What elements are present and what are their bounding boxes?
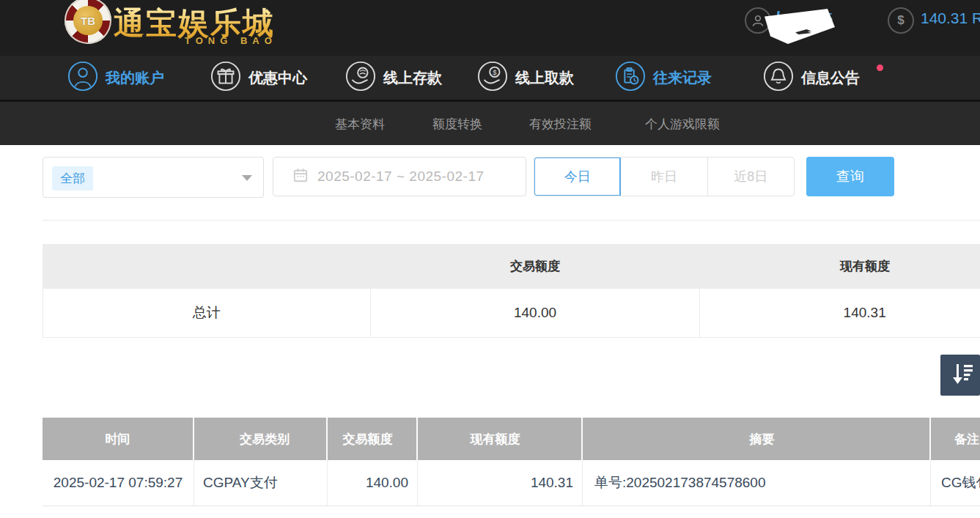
nav-item-online-deposit[interactable]: 线上存款 — [345, 62, 442, 94]
nav-item-label: 我的账户 — [106, 68, 164, 88]
summary-header-empty — [43, 244, 370, 289]
redaction-scribble — [763, 9, 836, 44]
records-header-summary: 摘要 — [583, 418, 931, 460]
subnav-item-basic-info[interactable]: 基本资料 — [335, 116, 385, 133]
record-trade-amount: 140.00 — [328, 460, 418, 506]
records-table-header: 时间 交易类别 交易额度 现有额度 摘要 备注 — [43, 418, 980, 460]
nav-item-online-withdraw[interactable]: $ 线上取款 — [477, 62, 574, 94]
brand-subtitle: TONG BAO — [185, 35, 277, 46]
record-type: CGPAY支付 — [194, 460, 328, 506]
transaction-type-select[interactable]: 全部 — [43, 157, 264, 198]
account-icon — [67, 61, 98, 95]
balance-currency-clipped: RMB — [972, 10, 980, 26]
summary-table: 交易额度 现有额度 总计 140.00 140.31 — [43, 244, 980, 338]
subnav-item-valid-bets[interactable]: 有效投注额 — [529, 116, 592, 133]
records-header-trade-amount: 交易额度 — [328, 418, 418, 460]
records-header-remark: 备注 — [931, 418, 980, 460]
records-header-current-amount: 现有额度 — [418, 418, 583, 460]
selected-type-tag[interactable]: 全部 — [52, 166, 93, 190]
sub-nav: 基本资料 额度转换 有效投注额 个人游戏限额 — [0, 102, 980, 145]
nav-item-label: 线上取款 — [515, 68, 574, 88]
svg-text:$: $ — [493, 68, 497, 76]
record-remark: CG钱包 — [931, 460, 980, 506]
nav-item-my-account[interactable]: 我的账户 — [67, 62, 164, 94]
nav-item-promotions[interactable]: 优惠中心 — [210, 62, 307, 94]
nav-item-label: 优惠中心 — [248, 68, 307, 88]
bell-icon — [763, 61, 794, 95]
summary-header-current-amount: 现有额度 — [700, 244, 980, 289]
record-current-amount: 140.31 — [418, 460, 583, 506]
records-table: 时间 交易类别 交易额度 现有额度 摘要 备注 2025-02-17 07:59… — [43, 418, 980, 506]
summary-total-label: 总计 — [43, 289, 371, 337]
subnav-item-quota-transfer[interactable]: 额度转换 — [432, 116, 482, 133]
deposit-icon — [345, 61, 376, 95]
summary-total-row: 总计 140.00 140.31 — [43, 289, 980, 338]
sort-descending-icon — [948, 361, 973, 390]
records-icon — [615, 61, 646, 95]
balance-dollar-icon: $ — [888, 7, 914, 34]
balance-amount[interactable]: 140.31 RMB — [921, 10, 980, 27]
record-time: 2025-02-17 07:59:27 — [43, 460, 194, 506]
record-summary: 单号:202502173874578600 — [583, 460, 931, 506]
section-divider — [43, 220, 980, 221]
calendar-icon — [292, 167, 309, 186]
yesterday-button[interactable]: 昨日 — [621, 158, 707, 196]
quick-date-button-group: 今日 昨日 近8日 — [534, 157, 795, 196]
top-bar: TB 通宝娱乐城 TONG BAO 25 $ 140.31 RMB — [0, 0, 980, 56]
withdraw-icon: $ — [477, 61, 508, 95]
summary-header-trade-amount: 交易额度 — [370, 244, 700, 289]
query-button[interactable]: 查询 — [806, 157, 894, 196]
subnav-item-game-limits[interactable]: 个人游戏限额 — [645, 116, 720, 133]
nav-item-transaction-records[interactable]: 往来记录 — [615, 62, 712, 94]
today-button[interactable]: 今日 — [534, 158, 621, 196]
table-row: 2025-02-17 07:59:27 CGPAY支付 140.00 140.3… — [43, 460, 980, 506]
records-header-type: 交易类别 — [194, 418, 328, 460]
summary-table-header: 交易额度 现有额度 — [43, 244, 980, 289]
chevron-down-icon — [242, 175, 252, 181]
balance-value: 140.31 — [921, 10, 968, 26]
nav-item-label: 信息公告 — [801, 68, 860, 88]
nav-item-label: 往来记录 — [653, 68, 712, 88]
summary-current-amount: 140.31 — [700, 289, 980, 337]
gift-icon — [210, 61, 241, 95]
nav-item-label: 线上存款 — [383, 68, 442, 88]
sort-descending-button[interactable] — [940, 355, 980, 396]
brand-chip-logo: TB — [65, 0, 111, 44]
nav-item-announcements[interactable]: 信息公告 — [763, 62, 860, 94]
date-range-input[interactable]: 2025-02-17 ~ 2025-02-17 — [273, 157, 526, 196]
notification-badge-dot — [877, 64, 883, 71]
records-header-time: 时间 — [43, 418, 194, 460]
brand-chip-label: TB — [73, 6, 103, 35]
summary-trade-amount: 140.00 — [371, 289, 701, 337]
date-range-value: 2025-02-17 ~ 2025-02-17 — [317, 169, 485, 185]
last-8-days-button[interactable]: 近8日 — [708, 158, 794, 196]
main-nav: 我的账户 优惠中心 线上存款 $ 线上取款 — [0, 56, 980, 102]
